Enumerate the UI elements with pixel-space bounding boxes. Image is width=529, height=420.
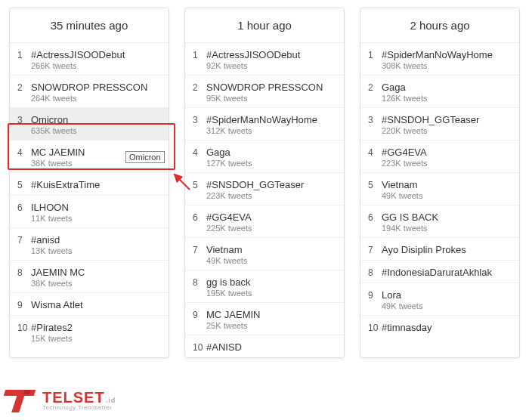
trend-rank: 4 (17, 147, 31, 158)
trend-rank: 9 (193, 309, 206, 320)
trend-item[interactable]: 2Gaga126K tweets (360, 76, 519, 108)
trend-item[interactable]: 4MC JAEMIN38K tweets (10, 141, 169, 173)
trend-rank: 10 (368, 322, 382, 333)
trend-name: #ActressJISOODebut (206, 49, 335, 60)
trend-body: Gaga126K tweets (382, 82, 510, 103)
trend-name: #KuisExtraTime (31, 179, 159, 190)
trend-item[interactable]: 10#ANISD (185, 335, 344, 357)
trend-item[interactable]: 2SNOWDROP PRESSCON95K tweets (185, 76, 344, 108)
trend-rank: 9 (17, 299, 31, 310)
trend-rank: 1 (193, 49, 206, 60)
trend-body: #GG4EVA225K tweets (206, 212, 335, 233)
trend-name: gg is back (206, 276, 335, 288)
trend-rank: 5 (193, 179, 206, 190)
trend-rank: 5 (17, 179, 31, 190)
trend-count: 92K tweets (206, 61, 335, 70)
trend-name: #SpiderManNoWayHome (206, 114, 335, 125)
watermark: TELSET .id Technology Trendsetter (5, 385, 116, 415)
trend-count: 195K tweets (206, 289, 335, 298)
trend-rank: 5 (368, 179, 382, 190)
trend-item[interactable]: 1#ActressJISOODebut92K tweets (185, 43, 344, 76)
trend-name: Vietnam (382, 179, 510, 190)
trend-item[interactable]: 9Wisma Atlet (10, 293, 169, 316)
trend-name: ILHOON (31, 202, 159, 213)
trend-name: #SNSDOH_GGTeaser (206, 179, 335, 190)
trend-item[interactable]: 3Omicron635K tweets (10, 108, 169, 141)
trend-count: 264K tweets (31, 94, 159, 103)
trend-item[interactable]: 8gg is back195K tweets (185, 270, 344, 303)
trend-name: #ActressJISOODebut (31, 49, 159, 60)
trend-name: MC JAEMIN (31, 147, 159, 158)
trend-name: #timnasday (382, 322, 510, 333)
trend-item[interactable]: 9Lora49K tweets (360, 283, 519, 316)
card-time-header: 35 minutes ago (10, 8, 169, 43)
watermark-logo-icon (5, 385, 39, 415)
trend-item[interactable]: 10#timnasday (360, 316, 519, 338)
trend-count: 49K tweets (382, 191, 510, 200)
trend-body: #ActressJISOODebut92K tweets (206, 49, 335, 70)
trend-body: Vietnam49K tweets (206, 244, 335, 265)
trend-body: #SpiderManNoWayHome312K tweets (206, 114, 335, 135)
trend-body: #ActressJISOODebut266K tweets (31, 49, 159, 70)
trend-body: #SpiderManNoWayHome308K tweets (382, 49, 510, 70)
trend-rank: 9 (368, 289, 382, 301)
trend-rank: 8 (17, 267, 31, 278)
trend-item[interactable]: 5#SNSDOH_GGTeaser223K tweets (185, 173, 344, 205)
trend-count: 49K tweets (206, 256, 335, 265)
trend-body: SNOWDROP PRESSCON264K tweets (31, 82, 159, 103)
trend-rank: 3 (193, 114, 206, 125)
trend-name: #GG4EVA (382, 147, 510, 158)
trend-item[interactable]: 7Ayo Disiplin Prokes (360, 238, 519, 261)
trend-count: 220K tweets (382, 126, 510, 135)
trend-item[interactable]: 8#IndonesiaDaruratAkhlak (360, 261, 519, 283)
trend-rank: 7 (17, 234, 31, 246)
trend-body: #GG4EVA223K tweets (382, 147, 510, 168)
trend-body: #IndonesiaDaruratAkhlak (382, 267, 510, 278)
trend-body: SNOWDROP PRESSCON95K tweets (206, 82, 335, 103)
trend-item[interactable]: 4#GG4EVA223K tweets (360, 141, 519, 173)
trend-item[interactable]: 6GG IS BACK194K tweets (360, 205, 519, 238)
trend-item[interactable]: 5#KuisExtraTime (10, 173, 169, 196)
watermark-suffix: .id (106, 397, 116, 404)
trend-count: 312K tweets (206, 126, 335, 135)
trend-rank: 3 (368, 114, 382, 125)
trend-body: Omicron635K tweets (31, 114, 159, 135)
trend-item[interactable]: 1#ActressJISOODebut266K tweets (10, 43, 169, 76)
trend-count: 15K tweets (31, 334, 159, 343)
trend-name: #Pirates2 (31, 322, 159, 333)
trend-item[interactable]: 7Vietnam49K tweets (185, 238, 344, 270)
trend-item[interactable]: 10#Pirates215K tweets (10, 316, 169, 347)
trend-item[interactable]: 2SNOWDROP PRESSCON264K tweets (10, 76, 169, 108)
trend-item[interactable]: 1#SpiderManNoWayHome308K tweets (360, 43, 519, 76)
trend-rank: 6 (17, 202, 31, 213)
trend-item[interactable]: 6ILHOON11K tweets (10, 196, 169, 228)
trend-item[interactable]: 3#SNSDOH_GGTeaser220K tweets (360, 108, 519, 141)
trend-name: #GG4EVA (206, 212, 335, 223)
trend-name: SNOWDROP PRESSCON (31, 82, 159, 93)
trend-count: 38K tweets (31, 279, 159, 288)
trend-item[interactable]: 5Vietnam49K tweets (360, 173, 519, 205)
trend-count: 194K tweets (382, 224, 510, 233)
trend-item[interactable]: 4Gaga127K tweets (185, 141, 344, 173)
trend-rank: 6 (368, 212, 382, 223)
trend-count: 266K tweets (31, 61, 159, 70)
card-time-header: 1 hour ago (185, 8, 344, 43)
trend-item[interactable]: 6#GG4EVA225K tweets (185, 205, 344, 238)
trend-count: 25K tweets (206, 321, 335, 330)
trend-card: 35 minutes ago1#ActressJISOODebut266K tw… (9, 8, 169, 358)
trend-item[interactable]: 8JAEMIN MC38K tweets (10, 261, 169, 293)
trend-body: #timnasday (382, 322, 510, 333)
trend-count: 49K tweets (382, 301, 510, 310)
trend-card: 1 hour ago1#ActressJISOODebut92K tweets2… (184, 8, 345, 358)
trend-rank: 6 (193, 212, 206, 223)
trend-count: 95K tweets (206, 94, 335, 103)
trend-name: #anisd (31, 234, 159, 246)
trend-body: Wisma Atlet (31, 299, 159, 310)
trend-count: 11K tweets (31, 214, 159, 223)
trend-item[interactable]: 7#anisd13K tweets (10, 228, 169, 261)
trend-rank: 2 (193, 82, 206, 93)
trend-item[interactable]: 3#SpiderManNoWayHome312K tweets (185, 108, 344, 141)
trend-name: Ayo Disiplin Prokes (382, 244, 510, 255)
trend-rank: 4 (193, 147, 206, 158)
trend-item[interactable]: 9MC JAEMIN25K tweets (185, 303, 344, 335)
